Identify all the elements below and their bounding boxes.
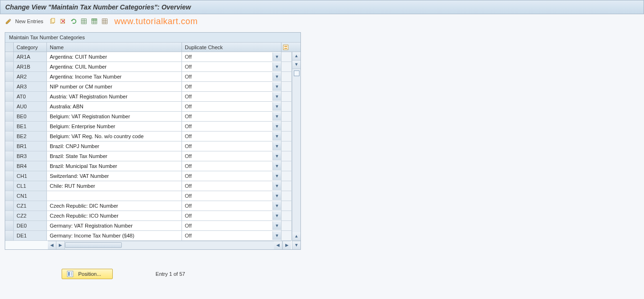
row-selector[interactable] [5, 211, 14, 220]
cell-category[interactable]: CH1 [14, 171, 47, 181]
table-select-icon[interactable] [91, 18, 98, 25]
cell-duplicate-check[interactable]: Off▼ [182, 151, 281, 161]
row-selector[interactable] [5, 141, 14, 151]
dropdown-icon[interactable]: ▼ [272, 202, 281, 210]
cell-duplicate-check[interactable]: Off▼ [182, 52, 281, 62]
table-row[interactable]: AR1BArgentina: CUIL NumberOff▼ [5, 62, 300, 72]
new-entries-button[interactable]: New Entries [15, 18, 43, 24]
table-row[interactable]: BE0Belgium: VAT Registration NumberOff▼ [5, 112, 300, 122]
table-row[interactable]: AU0Australia: ABNOff▼ [5, 102, 300, 112]
table-row[interactable]: BE1Belgium: Enterprise NumberOff▼ [5, 122, 300, 132]
row-selector[interactable] [5, 201, 14, 211]
cell-category[interactable]: BR1 [14, 141, 47, 151]
scroll-down-step-icon[interactable]: ▼ [292, 61, 300, 69]
cell-name[interactable]: Czech Republic: ICO Number [47, 211, 182, 220]
row-selector[interactable] [5, 221, 14, 230]
cell-category[interactable]: AR3 [14, 82, 47, 91]
cell-duplicate-check[interactable]: Off▼ [182, 221, 281, 230]
cell-duplicate-check[interactable]: Off▼ [182, 112, 281, 121]
dropdown-icon[interactable]: ▼ [272, 92, 281, 101]
scroll-right-icon[interactable]: ▶ [282, 241, 291, 249]
cell-category[interactable]: CZ2 [14, 211, 47, 220]
cell-duplicate-check[interactable]: Off▼ [182, 201, 281, 211]
table-row[interactable]: CH1Switzerland: VAT NumberOff▼ [5, 171, 300, 181]
dropdown-icon[interactable]: ▼ [272, 82, 281, 91]
row-selector[interactable] [5, 92, 14, 101]
table-row[interactable]: AR3NIP number or CM numberOff▼ [5, 82, 300, 92]
table-row[interactable]: BE2Belgium: VAT Reg. No. w/o country cod… [5, 132, 300, 141]
row-selector-header[interactable] [5, 43, 14, 52]
table-row[interactable]: AR2Argentina: Income Tax NumberOff▼ [5, 72, 300, 82]
cell-name[interactable]: Brazil: State Tax Number [47, 151, 182, 161]
row-selector[interactable] [5, 62, 14, 71]
cell-duplicate-check[interactable]: Off▼ [182, 122, 281, 131]
undo-icon[interactable] [70, 18, 77, 25]
table-row[interactable]: CL1Chile: RUT NumberOff▼ [5, 181, 300, 191]
table-icon[interactable] [80, 18, 88, 25]
table-row[interactable]: AR1AArgentina: CUIT NumberOff▼ [5, 52, 300, 62]
row-selector[interactable] [5, 82, 14, 91]
row-selector[interactable] [5, 181, 14, 191]
row-selector[interactable] [5, 151, 14, 161]
row-selector[interactable] [5, 161, 14, 171]
dropdown-icon[interactable]: ▼ [272, 62, 281, 71]
cell-duplicate-check[interactable]: Off▼ [182, 141, 281, 151]
cell-name[interactable]: Switzerland: VAT Number [47, 171, 182, 181]
cell-category[interactable]: CZ1 [14, 201, 47, 211]
cell-duplicate-check[interactable]: Off▼ [182, 231, 281, 240]
dropdown-icon[interactable]: ▼ [272, 182, 281, 190]
cell-duplicate-check[interactable]: Off▼ [182, 132, 281, 141]
dropdown-icon[interactable]: ▼ [272, 221, 281, 230]
vertical-scrollbar[interactable]: ▲ ▼ ▲ ▼ [292, 52, 300, 249]
cell-category[interactable]: AR2 [14, 72, 47, 81]
dropdown-icon[interactable]: ▼ [272, 72, 281, 81]
cell-duplicate-check[interactable]: Off▼ [182, 211, 281, 220]
cell-name[interactable]: Brazil: Municipal Tax Number [47, 161, 182, 171]
cell-category[interactable]: CL1 [14, 181, 47, 191]
dropdown-icon[interactable]: ▼ [272, 53, 281, 61]
table-row[interactable]: BR1Brazil: CNPJ NumberOff▼ [5, 141, 300, 151]
cell-category[interactable]: AU0 [14, 102, 47, 111]
scroll-track[interactable] [292, 69, 300, 232]
cell-name[interactable]: Argentina: CUIL Number [47, 62, 182, 71]
row-selector[interactable] [5, 122, 14, 131]
cell-category[interactable]: DE0 [14, 221, 47, 230]
cell-name[interactable]: Brazil: CNPJ Number [47, 141, 182, 151]
hscroll-thumb[interactable] [65, 242, 122, 248]
table-row[interactable]: CN1Off▼ [5, 191, 300, 201]
cell-duplicate-check[interactable]: Off▼ [182, 181, 281, 191]
table-row[interactable]: BR3Brazil: State Tax NumberOff▼ [5, 151, 300, 161]
scroll-down-icon[interactable]: ▼ [292, 241, 300, 249]
dropdown-icon[interactable]: ▼ [272, 152, 281, 160]
row-selector[interactable] [5, 231, 14, 240]
row-selector[interactable] [5, 102, 14, 111]
cell-name[interactable]: Argentina: Income Tax Number [47, 72, 182, 81]
cell-category[interactable]: BE1 [14, 122, 47, 131]
position-button[interactable]: Position... [62, 269, 113, 279]
delete-icon[interactable] [59, 18, 67, 25]
cell-name[interactable]: Germany: Income Tax Number (§48) [47, 231, 182, 240]
table-config-icon[interactable] [281, 43, 290, 52]
horizontal-scrollbar[interactable]: ◀ ▶ ◀ ▶ [48, 241, 291, 249]
cell-name[interactable]: Australia: ABN [47, 102, 182, 111]
dropdown-icon[interactable]: ▼ [272, 211, 281, 220]
row-selector[interactable] [5, 72, 14, 81]
cell-duplicate-check[interactable]: Off▼ [182, 102, 281, 111]
table-row[interactable]: DE1Germany: Income Tax Number (§48)Off▼ [5, 231, 300, 241]
row-selector[interactable] [5, 52, 14, 62]
table-row[interactable]: AT0Austria: VAT Registration NumberOff▼ [5, 92, 300, 102]
dropdown-icon[interactable]: ▼ [272, 192, 281, 200]
dropdown-icon[interactable]: ▼ [272, 132, 281, 141]
copy-icon[interactable] [49, 18, 56, 25]
scroll-handle-icon[interactable] [294, 70, 299, 76]
cell-category[interactable]: BE2 [14, 132, 47, 141]
cell-name[interactable] [47, 191, 182, 201]
cell-category[interactable]: AT0 [14, 92, 47, 101]
cell-name[interactable]: NIP number or CM number [47, 82, 182, 91]
cell-duplicate-check[interactable]: Off▼ [182, 92, 281, 101]
cell-name[interactable]: Argentina: CUIT Number [47, 52, 182, 62]
table-row[interactable]: CZ2Czech Republic: ICO NumberOff▼ [5, 211, 300, 221]
cell-category[interactable]: AR1A [14, 52, 47, 62]
table-settings-icon[interactable] [101, 18, 109, 25]
cell-category[interactable]: BR4 [14, 161, 47, 171]
